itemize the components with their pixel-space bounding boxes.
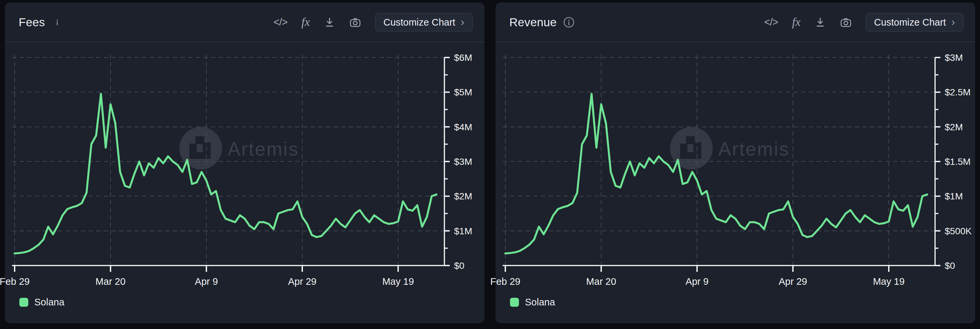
- legend-label: Solana: [34, 297, 64, 308]
- formula-fx-icon[interactable]: fx: [301, 16, 310, 29]
- svg-text:Apr 9: Apr 9: [686, 276, 708, 287]
- svg-text:$3M: $3M: [945, 52, 963, 63]
- svg-text:$3M: $3M: [454, 157, 472, 167]
- revenue-toolbar: </> fx Customize Chart ›: [764, 13, 963, 32]
- legend-label: Solana: [525, 297, 555, 308]
- legend-item-solana[interactable]: Solana: [510, 297, 555, 308]
- svg-text:$1.5M: $1.5M: [945, 157, 971, 167]
- customize-chart-label: Customize Chart: [874, 17, 946, 28]
- svg-text:$5M: $5M: [454, 87, 472, 97]
- fees-toolbar: </> fx Customize Chart ›: [274, 13, 473, 32]
- svg-text:May 19: May 19: [873, 276, 904, 287]
- svg-text:Apr 29: Apr 29: [288, 276, 316, 287]
- svg-text:Mar 20: Mar 20: [586, 276, 616, 287]
- svg-text:May 19: May 19: [382, 276, 414, 287]
- svg-text:$0: $0: [945, 261, 955, 271]
- legend-item-solana[interactable]: Solana: [19, 297, 64, 308]
- download-icon[interactable]: [324, 17, 335, 28]
- legend-swatch: [510, 298, 519, 307]
- svg-text:Apr 9: Apr 9: [195, 276, 218, 287]
- svg-text:Mar 20: Mar 20: [95, 276, 126, 287]
- customize-chart-button[interactable]: Customize Chart ›: [375, 13, 473, 32]
- camera-screenshot-icon[interactable]: [840, 17, 852, 28]
- fees-panel-header: Fees </> fx: [5, 3, 484, 42]
- svg-text:Apr 29: Apr 29: [779, 276, 807, 287]
- svg-text:Feb 29: Feb 29: [0, 276, 30, 287]
- svg-text:Feb 29: Feb 29: [490, 276, 520, 287]
- page-title-fees: Fees: [19, 16, 45, 29]
- svg-text:$2M: $2M: [945, 122, 963, 132]
- svg-text:$2M: $2M: [454, 191, 472, 201]
- svg-text:$4M: $4M: [454, 122, 472, 132]
- embed-code-icon[interactable]: </>: [764, 16, 778, 28]
- customize-chart-button[interactable]: Customize Chart ›: [866, 13, 963, 32]
- embed-code-icon[interactable]: </>: [274, 16, 288, 28]
- chevron-right-icon: ›: [461, 16, 465, 27]
- legend-swatch: [19, 298, 28, 307]
- svg-text:$500K: $500K: [945, 226, 972, 236]
- revenue-panel-header: Revenue </> fx: [496, 3, 975, 42]
- revenue-panel: Revenue </> fx: [496, 3, 975, 323]
- svg-text:$1M: $1M: [454, 226, 472, 236]
- formula-fx-icon[interactable]: fx: [792, 16, 800, 29]
- revenue-chart-area: Artemis Feb 29Mar 20Apr 9Apr 29May 19$3M…: [496, 42, 975, 323]
- info-icon[interactable]: [52, 17, 63, 28]
- page-title-revenue: Revenue: [509, 16, 557, 29]
- camera-screenshot-icon[interactable]: [349, 17, 361, 28]
- fees-header-left: Fees: [19, 16, 63, 29]
- fees-panel: Fees </> fx: [5, 3, 484, 323]
- customize-chart-label: Customize Chart: [383, 17, 455, 28]
- svg-text:$1M: $1M: [945, 191, 963, 201]
- revenue-chart[interactable]: Feb 29Mar 20Apr 9Apr 29May 19$3M$2.5M$2M…: [496, 42, 975, 323]
- svg-text:$0: $0: [454, 261, 465, 271]
- fees-chart-area: Artemis Feb 29Mar 20Apr 9Apr 29May 19$6M…: [5, 42, 484, 323]
- svg-text:$2.5M: $2.5M: [945, 87, 971, 97]
- info-icon[interactable]: [563, 17, 574, 28]
- revenue-header-left: Revenue: [509, 16, 574, 29]
- chevron-right-icon: ›: [951, 16, 955, 27]
- fees-chart[interactable]: Feb 29Mar 20Apr 9Apr 29May 19$6M$5M$4M$3…: [5, 42, 484, 323]
- download-icon[interactable]: [815, 17, 826, 28]
- svg-text:$6M: $6M: [454, 52, 472, 63]
